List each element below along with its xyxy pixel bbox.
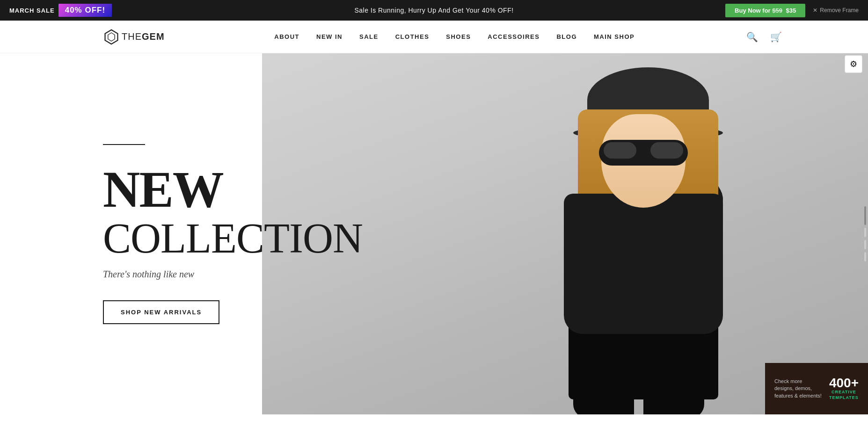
shop-new-arrivals-button[interactable]: SHOP NEW ARRIVALS <box>103 300 219 324</box>
close-icon: ✕ <box>813 7 817 14</box>
hero-title-new: NEW <box>103 164 225 215</box>
banner-right: Buy Now for $59 $35 ✕ Remove Frame <box>725 4 859 17</box>
cart-icon: 🛒 <box>770 32 782 42</box>
hero-section: NEW COLLECTION There's nothing like new … <box>0 53 868 414</box>
gear-icon: ⚙ <box>850 59 857 69</box>
search-button[interactable]: 🔍 <box>744 29 760 44</box>
model-boot-right <box>643 381 704 414</box>
scroll-dot-1 <box>864 228 866 237</box>
hero-title: NEW COLLECTION <box>103 164 225 261</box>
march-sale-label: MARCH SALE <box>9 7 55 14</box>
scroll-indicators <box>864 206 866 261</box>
nav-blog[interactable]: BLOG <box>556 33 577 40</box>
top-banner: MARCH SALE 40% OFF! Sale Is Running, Hur… <box>0 0 868 21</box>
banner-center-text: Sale Is Running, Hurry Up And Get Your 4… <box>354 7 513 14</box>
nav-accessoires[interactable]: ACCESSOIRES <box>488 33 540 40</box>
nav-sale[interactable]: SALE <box>359 33 379 40</box>
templates-description: Check more designs, demos, features & el… <box>774 378 822 399</box>
nav-clothes[interactable]: CLOTHES <box>395 33 430 40</box>
scroll-dot-3 <box>864 252 866 261</box>
scroll-dot-active <box>864 206 866 225</box>
nav-new-in[interactable]: NEW IN <box>316 33 343 40</box>
svg-marker-0 <box>105 29 118 44</box>
model-boot-left <box>573 381 634 414</box>
site-header: THEGEM ABOUT NEW IN SALE CLOTHES SHOES A… <box>0 21 868 53</box>
sale-badge: 40% OFF! <box>58 4 112 17</box>
scroll-dot-2 <box>864 240 866 249</box>
model-figure <box>550 63 784 414</box>
templates-box: Check more designs, demos, features & el… <box>765 363 868 414</box>
nav-about[interactable]: ABOUT <box>274 33 299 40</box>
nav-shoes[interactable]: SHOES <box>446 33 471 40</box>
templates-count-area: 400+ CREATIVETEMPLATES <box>829 377 859 400</box>
hero-subtitle: There's nothing like new <box>103 269 225 280</box>
templates-label: CREATIVETEMPLATES <box>829 390 859 400</box>
hero-title-collection: COLLECTION <box>103 215 225 261</box>
remove-frame-button[interactable]: ✕ Remove Frame <box>813 7 859 14</box>
settings-button[interactable]: ⚙ <box>845 55 862 73</box>
model-body <box>564 194 723 334</box>
hero-decorative-line <box>103 144 145 145</box>
model-glasses <box>599 140 688 166</box>
logo-icon <box>103 29 120 45</box>
banner-left: MARCH SALE 40% OFF! <box>9 4 112 17</box>
header-icons: 🔍 🛒 <box>744 29 784 44</box>
buy-now-button[interactable]: Buy Now for $59 $35 <box>725 4 805 17</box>
hero-left-panel: NEW COLLECTION There's nothing like new … <box>0 53 262 414</box>
logo[interactable]: THEGEM <box>103 29 165 45</box>
main-nav: ABOUT NEW IN SALE CLOTHES SHOES ACCESSOI… <box>274 33 635 40</box>
cart-button[interactable]: 🛒 <box>768 29 784 44</box>
templates-number: 400+ <box>829 377 859 390</box>
svg-marker-1 <box>108 33 115 41</box>
logo-text: THEGEM <box>122 31 165 42</box>
search-icon: 🔍 <box>746 32 758 42</box>
nav-main-shop[interactable]: MAIN SHOP <box>594 33 635 40</box>
